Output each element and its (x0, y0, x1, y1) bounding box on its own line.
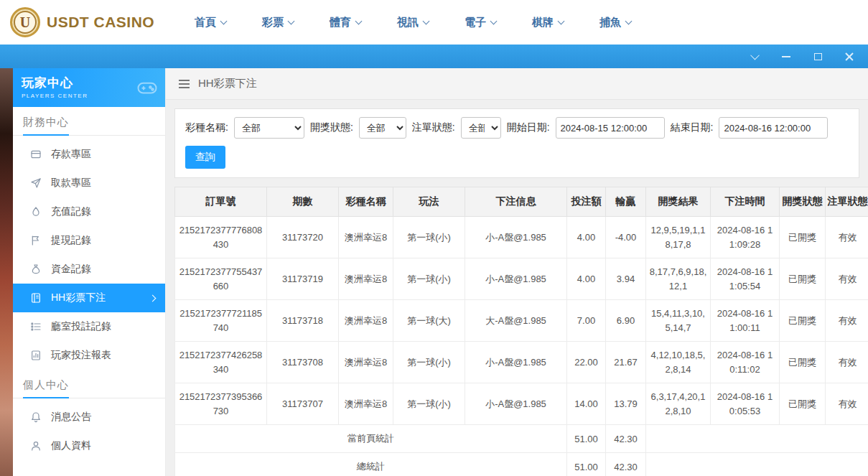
window-titlebar (0, 45, 868, 68)
table-cell: 已開獎 (780, 300, 826, 342)
table-cell: 14.00 (567, 383, 606, 425)
summary-row: 總統計 51.00 42.30 (175, 453, 868, 476)
draw-status-select[interactable]: 全部 (359, 117, 406, 139)
nav-item-6[interactable]: 捕魚 (599, 16, 631, 29)
close-button[interactable] (844, 51, 855, 62)
table-cell: 有效 (826, 217, 868, 258)
sidebar-item-label: 個人資料 (51, 439, 91, 452)
nav-item-3[interactable]: 視訊 (397, 16, 429, 29)
report-icon (30, 350, 42, 361)
table-row: 215217237775543766031173719澳洲幸运8第一球(小)小-… (175, 258, 868, 300)
chevron-down-icon (558, 17, 565, 24)
summary-win-total: 42.30 (606, 453, 646, 476)
hamburger-icon[interactable] (177, 78, 191, 90)
table-cell: 4,12,10,18,5,2,8,14 (646, 342, 711, 383)
chevron-down-icon (288, 17, 295, 24)
table-cell: 2024-08-16 11:09:28 (711, 217, 780, 258)
collapse-button[interactable] (749, 51, 760, 62)
table-row: 215217237742625834031173708澳洲幸运8第一球(小)小-… (175, 342, 868, 383)
sidebar-item-label: HH彩票下注 (51, 291, 106, 304)
column-header: 下注信息 (465, 187, 567, 217)
chevron-down-icon (490, 17, 498, 24)
table-cell: 3.94 (606, 258, 646, 300)
nav-item-2[interactable]: 體育 (330, 16, 361, 29)
sidebar-section-title: 個人中心 (23, 378, 69, 398)
sidebar-item-cashout-record[interactable]: 提現記錄 (13, 226, 165, 255)
sidebar-item-funds-record[interactable]: 資金記錄 (13, 255, 165, 284)
nav-item-label: 體育 (330, 16, 351, 29)
sidebar-item-notice[interactable]: 消息公告 (13, 403, 165, 431)
sidebar-item-player-report[interactable]: 玩家投注報表 (13, 341, 165, 370)
recharge-icon (30, 206, 42, 218)
nav-item-label: 彩票 (262, 16, 284, 29)
table-cell: 已開獎 (780, 342, 826, 383)
table-cell: 31173720 (267, 217, 339, 258)
logo-text: USDT CASINO (47, 14, 154, 31)
table-cell: 已開獎 (780, 217, 826, 258)
summary-label: 當前頁統計 (175, 425, 567, 453)
table-cell: 2152172377395366730 (175, 383, 267, 425)
sidebar-item-withdraw[interactable]: 取款專區 (13, 169, 165, 197)
table-cell: 15,4,11,3,10,5,14,7 (646, 300, 711, 342)
content-body: 彩種名稱: 全部 開獎狀態: 全部 注單狀態: 全部 開始日期: 結束日期: 查… (166, 100, 868, 476)
logo[interactable]: U USDT CASINO (0, 7, 169, 37)
table-cell: 12,9,5,19,1,18,17,8 (646, 217, 711, 258)
sidebar-item-label: 充值記錄 (51, 205, 91, 218)
minimize-button[interactable] (780, 51, 792, 62)
search-button[interactable]: 查詢 (185, 146, 225, 169)
funds-icon (30, 263, 42, 275)
table-cell: 有效 (826, 383, 868, 425)
lottery-bet-icon (30, 292, 42, 304)
sidebar-item-label: 提現記錄 (51, 234, 91, 247)
table-cell: 第一球(小) (393, 258, 465, 300)
column-header: 期數 (267, 187, 339, 217)
table-cell: 4.00 (567, 258, 606, 300)
table-cell: 有效 (826, 258, 868, 300)
table-cell: 6,3,17,4,20,12,8,10 (646, 383, 711, 425)
table-cell: 31173708 (267, 342, 339, 383)
logo-coin-icon: U (10, 7, 40, 37)
nav-item-0[interactable]: 首頁 (195, 16, 226, 29)
table-cell: 第一球(大) (393, 300, 465, 342)
table-cell: 7.00 (567, 300, 606, 342)
lottery-select[interactable]: 全部 (234, 117, 304, 139)
nav-item-label: 首頁 (195, 16, 216, 29)
bet-table: 訂單號期數彩種名稱玩法下注信息投注額輸贏開獎結果下注時間開獎狀態注單狀態 215… (174, 187, 868, 476)
sidebar-section: 個人中心 (13, 370, 165, 398)
workspace: 玩家中心 PLAYERS CENTER 財務中心 存款專區 取款專區 充值記錄 … (0, 68, 868, 476)
chevron-down-icon (355, 17, 363, 24)
nav-item-4[interactable]: 電子 (465, 16, 496, 29)
bet-table-body: 215217237777680843031173720澳洲幸运8第一球(小)小-… (175, 217, 868, 425)
table-cell: 大-A盤@1.985 (465, 300, 567, 342)
table-cell: 澳洲幸运8 (339, 300, 393, 342)
table-cell: 2152172377426258340 (175, 342, 267, 383)
sidebar-item-label: 取款專區 (51, 177, 91, 190)
table-cell: 小-A盤@1.985 (465, 217, 567, 258)
nav-item-5[interactable]: 棋牌 (532, 16, 564, 29)
nav-item-1[interactable]: 彩票 (262, 16, 294, 29)
sidebar-item-recharge-record[interactable]: 充值記錄 (13, 197, 165, 226)
table-cell: 2024-08-16 11:05:54 (711, 258, 780, 300)
nav-item-label: 電子 (465, 16, 486, 29)
nav-item-label: 捕魚 (599, 16, 621, 29)
table-row: 215217237739536673031173707澳洲幸运8第一球(小)小-… (175, 383, 868, 425)
sidebar-item-profile[interactable]: 個人資料 (13, 431, 165, 460)
table-cell: 31173707 (267, 383, 339, 425)
background-image-strip (0, 68, 13, 476)
chevron-down-icon (750, 51, 760, 60)
end-date-input[interactable] (719, 117, 828, 139)
column-header: 開獎結果 (646, 187, 711, 217)
summary-empty (646, 425, 868, 453)
table-cell: 澳洲幸运8 (339, 342, 393, 383)
sidebar-item-hh-lottery-bet[interactable]: HH彩票下注 (13, 284, 165, 312)
maximize-button[interactable] (812, 51, 823, 62)
sidebar-item-deposit[interactable]: 存款專區 (13, 140, 165, 169)
column-header: 訂單號 (175, 187, 267, 217)
table-cell: 已開獎 (780, 383, 826, 425)
start-date-input[interactable] (556, 117, 665, 139)
maximize-icon (814, 53, 822, 60)
draw-status-label: 開獎狀態: (310, 121, 353, 134)
sidebar-item-room-bet-record[interactable]: 廳室投註記錄 (13, 312, 165, 341)
start-date-label: 開始日期: (507, 121, 550, 134)
order-status-select[interactable]: 全部 (461, 117, 501, 139)
